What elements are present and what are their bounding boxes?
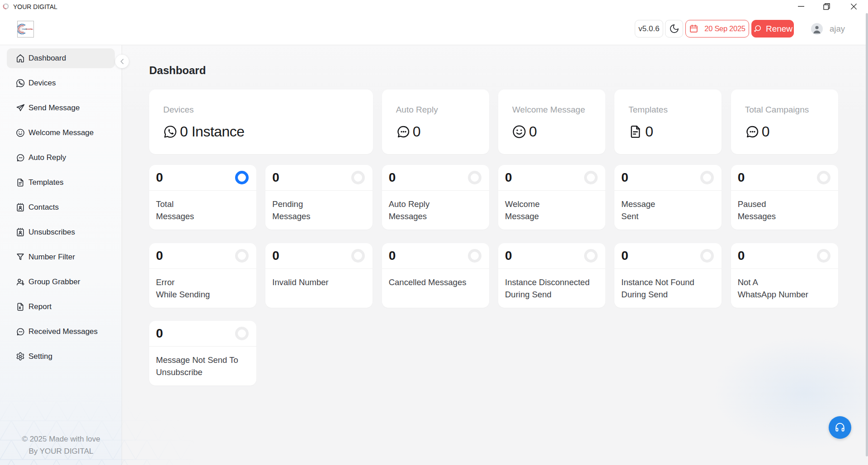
svg-text:DIGITAL: DIGITAL <box>26 28 33 30</box>
